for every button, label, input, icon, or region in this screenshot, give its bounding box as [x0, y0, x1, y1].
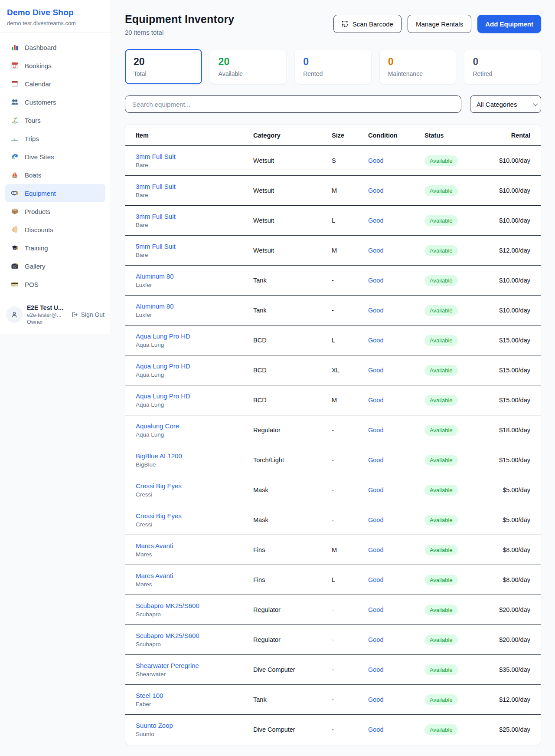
- stat-card-retired[interactable]: 0 Retired: [464, 49, 541, 84]
- item-name-link[interactable]: Cressi Big Eyes: [136, 512, 253, 519]
- item-name-link[interactable]: BigBlue AL1200: [136, 452, 253, 460]
- sidebar-item-gallery[interactable]: Gallery: [5, 257, 105, 275]
- item-name-link[interactable]: 3mm Full Suit: [136, 183, 253, 190]
- table-row: Scubapro MK25/S600 Scubapro Regulator - …: [125, 595, 541, 625]
- item-condition-link[interactable]: Good: [368, 516, 383, 523]
- brand-name[interactable]: Demo Dive Shop: [7, 8, 104, 17]
- item-name-link[interactable]: Suunto Zoop: [136, 722, 253, 729]
- stat-label: Rented: [303, 70, 363, 77]
- item-condition-link[interactable]: Good: [368, 307, 383, 314]
- item-condition-link[interactable]: Good: [368, 277, 383, 284]
- item-condition-link[interactable]: Good: [368, 187, 383, 194]
- item-name-link[interactable]: Scubapro MK25/S600: [136, 632, 253, 639]
- item-name-link[interactable]: Scubapro MK25/S600: [136, 602, 253, 609]
- sidebar-item-pos[interactable]: POS: [5, 275, 105, 293]
- brand[interactable]: Demo Dive Shop demo.test.divestreams.com: [0, 0, 111, 33]
- item-brand: Luxfer: [136, 282, 253, 288]
- item-condition-link[interactable]: Good: [368, 367, 383, 374]
- item-condition-link[interactable]: Good: [368, 606, 383, 613]
- item-name-link[interactable]: Mares Avanti: [136, 572, 253, 579]
- stat-card-total[interactable]: 20 Total: [125, 49, 202, 84]
- sidebar-item-label: Dashboard: [25, 44, 56, 51]
- sidebar-item-equipment[interactable]: Equipment: [5, 184, 105, 202]
- user-box: E2E Test U... e2e-tester@... Owner Sign …: [0, 298, 111, 333]
- item-brand: Shearwater: [136, 671, 253, 677]
- sidebar-item-products[interactable]: Products: [5, 202, 105, 220]
- item-condition-link[interactable]: Good: [368, 546, 383, 553]
- sidebar-item-customers[interactable]: Customers: [5, 93, 105, 111]
- item-size: -: [332, 505, 368, 535]
- item-condition-link[interactable]: Good: [368, 696, 383, 703]
- item-brand: Bare: [136, 162, 253, 168]
- item-name-link[interactable]: Aqua Lung Pro HD: [136, 392, 253, 400]
- item-condition-link[interactable]: Good: [368, 576, 383, 583]
- sidebar-item-tours[interactable]: Tours: [5, 111, 105, 129]
- sign-out-icon: [71, 311, 78, 318]
- item-condition-link[interactable]: Good: [368, 666, 383, 673]
- item-name-link[interactable]: Steel 100: [136, 692, 253, 699]
- item-name-link[interactable]: Cressi Big Eyes: [136, 482, 253, 490]
- sidebar-item-training[interactable]: Training: [5, 239, 105, 257]
- sidebar: Demo Dive Shop demo.test.divestreams.com…: [0, 0, 111, 335]
- item-condition-link[interactable]: Good: [368, 337, 383, 344]
- stat-value: 0: [388, 56, 448, 68]
- sidebar-item-dashboard[interactable]: Dashboard: [5, 38, 105, 56]
- status-badge: Available: [424, 575, 458, 585]
- item-name-link[interactable]: Aqua Lung Pro HD: [136, 362, 253, 370]
- column-header-category: Category: [253, 125, 332, 146]
- sidebar-item-trips[interactable]: Trips: [5, 129, 105, 148]
- item-rental-rate: $25.00/day: [490, 715, 541, 745]
- scan-barcode-button[interactable]: Scan Barcode: [333, 15, 402, 33]
- sign-out-button[interactable]: Sign Out: [71, 311, 104, 318]
- stat-card-available[interactable]: 20 Available: [210, 49, 287, 84]
- item-name-link[interactable]: Aqua Lung Pro HD: [136, 332, 253, 340]
- item-rental-rate: $8.00/day: [490, 565, 541, 595]
- stat-card-rented[interactable]: 0 Rented: [294, 49, 372, 84]
- sidebar-item-label: Dive Sites: [25, 153, 54, 161]
- user-name: E2E Test U...: [27, 304, 67, 311]
- item-name-link[interactable]: 3mm Full Suit: [136, 153, 253, 160]
- item-condition-link[interactable]: Good: [368, 486, 383, 493]
- status-badge: Available: [424, 395, 458, 406]
- item-size: -: [332, 685, 368, 715]
- item-rental-rate: $8.00/day: [490, 535, 541, 565]
- item-condition-link[interactable]: Good: [368, 247, 383, 254]
- item-rental-rate: $15.00/day: [490, 355, 541, 385]
- item-size: -: [332, 415, 368, 445]
- sidebar-item-calendar[interactable]: Calendar: [5, 75, 105, 93]
- stat-card-maintenance[interactable]: 0 Maintenance: [379, 49, 457, 84]
- item-condition-link[interactable]: Good: [368, 397, 383, 404]
- sidebar-item-label: Equipment: [25, 190, 56, 197]
- item-name-link[interactable]: Mares Avanti: [136, 542, 253, 549]
- item-condition-link[interactable]: Good: [368, 217, 383, 224]
- item-name-link[interactable]: Shearwater Peregrine: [136, 662, 253, 669]
- brand-domain: demo.test.divestreams.com: [7, 20, 104, 26]
- item-size: -: [332, 266, 368, 296]
- add-equipment-button[interactable]: Add Equipment: [477, 15, 541, 33]
- item-condition-link[interactable]: Good: [368, 157, 383, 164]
- category-select[interactable]: All Categories: [470, 95, 541, 113]
- item-name-link[interactable]: Aluminum 80: [136, 273, 253, 280]
- item-rental-rate: $12.00/day: [490, 685, 541, 715]
- table-row: 3mm Full Suit Bare Wetsuit L Good Availa…: [125, 206, 541, 236]
- sidebar-item-bookings[interactable]: 17 Bookings: [5, 56, 105, 75]
- item-name-link[interactable]: Aqualung Core: [136, 422, 253, 430]
- item-condition-link[interactable]: Good: [368, 726, 383, 733]
- search-input[interactable]: [125, 95, 461, 113]
- item-name-link[interactable]: Aluminum 80: [136, 302, 253, 310]
- credit-card-icon: [10, 280, 19, 289]
- item-condition-link[interactable]: Good: [368, 457, 383, 463]
- sidebar-item-dive-sites[interactable]: Dive Sites: [5, 148, 105, 166]
- item-name-link[interactable]: 3mm Full Suit: [136, 213, 253, 220]
- people-icon: [10, 98, 19, 106]
- item-name-link[interactable]: 5mm Full Suit: [136, 243, 253, 250]
- table-row: Aqualung Core Aqua Lung Regulator - Good…: [125, 415, 541, 445]
- item-condition-link[interactable]: Good: [368, 427, 383, 434]
- table-row: 3mm Full Suit Bare Wetsuit M Good Availa…: [125, 176, 541, 206]
- sidebar-item-discounts[interactable]: Discounts: [5, 220, 105, 239]
- item-brand: Cressi: [136, 521, 253, 528]
- table-row: Mares Avanti Mares Fins M Good Available…: [125, 535, 541, 565]
- manage-rentals-button[interactable]: Manage Rentals: [408, 15, 471, 33]
- item-condition-link[interactable]: Good: [368, 636, 383, 643]
- sidebar-item-boats[interactable]: Boats: [5, 166, 105, 184]
